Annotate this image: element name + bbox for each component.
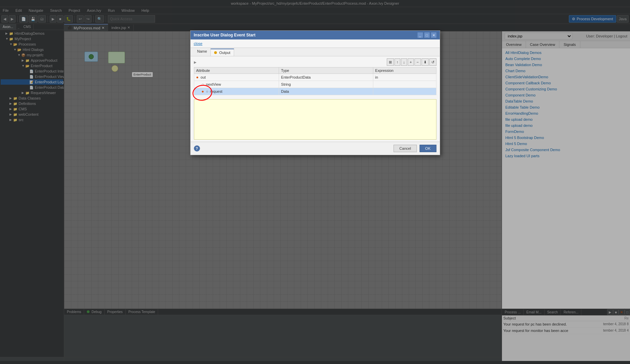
modal-maximize[interactable]: □ <box>424 32 430 38</box>
table-btn-remove[interactable]: − <box>414 58 421 66</box>
modal-note-area <box>194 99 436 140</box>
footer-help: ? <box>194 145 200 151</box>
row2-expression <box>373 88 436 95</box>
modal-tab-output[interactable]: Output <box>210 49 234 56</box>
row2-type: Data <box>279 88 373 95</box>
table-btn-down[interactable]: ↓ <box>401 58 407 66</box>
row1-icon: ○ <box>202 82 204 87</box>
modal-title-buttons: _ □ ✕ <box>418 32 436 38</box>
row1-expression <box>373 81 436 88</box>
col-attribute: Attribute <box>194 67 279 74</box>
modal-titlebar: Inscribe User Dialog Event Start _ □ ✕ <box>191 31 440 39</box>
table-btn-copy[interactable]: ⊞ <box>387 58 394 66</box>
row2-attribute: ● ○ request <box>194 88 279 95</box>
row1-attribute: ○ nextView <box>194 81 279 88</box>
row2-icon: ● <box>202 89 204 94</box>
row1-type: String <box>279 81 373 88</box>
row0-type: EnterProductData <box>279 74 373 81</box>
modal-title: Inscribe User Dialog Event Start <box>194 33 256 37</box>
footer-buttons: Cancel OK <box>394 145 436 152</box>
modal-close-row: close <box>191 39 440 48</box>
table-btn-add[interactable]: + <box>408 58 414 66</box>
row0-icon: ● <box>196 75 199 80</box>
col-type: Type <box>279 67 373 74</box>
modal-close-btn[interactable]: ✕ <box>431 32 436 38</box>
modal-table-area: ▶ ⊞ ↑ ↓ + − ⬇ ↺ Attribute <box>191 56 440 97</box>
table-toolbar: ▶ ⊞ ↑ ↓ + − ⬇ ↺ <box>194 58 436 66</box>
modal-tab-name[interactable]: Name <box>194 48 210 56</box>
modal-close-link[interactable]: close <box>194 41 203 46</box>
modal-overlay: Inscribe User Dialog Event Start _ □ ✕ c… <box>0 0 630 364</box>
col-expression: Expression <box>373 67 436 74</box>
row0-attribute: ● out <box>194 74 279 81</box>
row2-subicon: ○ <box>206 89 208 93</box>
modal-minimize[interactable]: _ <box>418 32 423 38</box>
table-row-0[interactable]: ● out EnterProductData in <box>194 74 436 81</box>
table-btn-refresh[interactable]: ↺ <box>429 58 436 66</box>
modal-body: close Name Output ▶ ⊞ ↑ ↓ <box>191 39 440 142</box>
table-row-1[interactable]: ○ nextView String <box>194 81 436 88</box>
table-btn-import[interactable]: ⬇ <box>422 58 429 66</box>
row0-expression: in <box>373 74 436 81</box>
modal-tabs: Name Output <box>191 48 440 56</box>
table-row-2[interactable]: ● ○ request Data <box>194 88 436 95</box>
output-dot <box>214 51 217 54</box>
table-toolbar-btns: ⊞ ↑ ↓ + − ⬇ ↺ <box>387 58 436 66</box>
table-toolbar-left: ▶ <box>194 60 197 64</box>
table-btn-up[interactable]: ↑ <box>395 58 401 66</box>
modal-dialog: Inscribe User Dialog Event Start _ □ ✕ c… <box>190 30 440 155</box>
data-table: Attribute Type Expression ● out EnterPro… <box>194 67 436 95</box>
help-icon[interactable]: ? <box>194 145 200 151</box>
ok-button[interactable]: OK <box>420 145 436 152</box>
cancel-button[interactable]: Cancel <box>394 145 417 152</box>
modal-footer: ? Cancel OK <box>191 142 440 155</box>
